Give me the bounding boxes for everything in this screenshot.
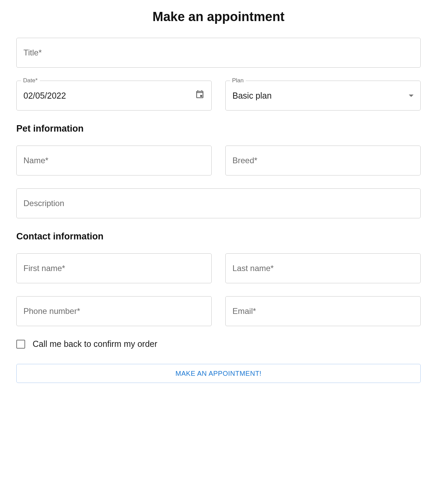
plan-field-wrapper: Plan Basic plan xyxy=(225,81,421,111)
plan-value: Basic plan xyxy=(232,91,272,101)
first-name-field-wrapper xyxy=(16,253,212,283)
pet-breed-input[interactable] xyxy=(225,146,421,175)
title-field-wrapper xyxy=(16,38,421,68)
date-input[interactable]: 02/05/2022 xyxy=(16,81,212,111)
plan-select[interactable]: Basic plan xyxy=(225,81,421,111)
pet-name-input[interactable] xyxy=(16,146,212,175)
calendar-icon[interactable] xyxy=(195,90,205,101)
title-input[interactable] xyxy=(16,38,421,68)
email-field-wrapper xyxy=(225,296,421,326)
page-title: Make an appointment xyxy=(16,10,421,24)
svg-rect-0 xyxy=(200,95,202,97)
submit-button[interactable]: MAKE AN APPOINTMENT! xyxy=(16,364,421,383)
contact-section-heading: Contact information xyxy=(16,231,421,242)
pet-description-field-wrapper xyxy=(16,188,421,218)
last-name-field-wrapper xyxy=(225,253,421,283)
callback-checkbox[interactable] xyxy=(16,340,25,349)
pet-breed-field-wrapper xyxy=(225,146,421,175)
phone-field-wrapper xyxy=(16,296,212,326)
pet-description-input[interactable] xyxy=(16,188,421,218)
date-value: 02/05/2022 xyxy=(23,91,66,101)
callback-checkbox-label: Call me back to confirm my order xyxy=(33,339,157,349)
callback-checkbox-row: Call me back to confirm my order xyxy=(16,339,421,349)
email-input[interactable] xyxy=(225,296,421,326)
pet-section-heading: Pet information xyxy=(16,123,421,134)
pet-name-field-wrapper xyxy=(16,146,212,175)
date-field-wrapper: Date* 02/05/2022 xyxy=(16,81,212,111)
first-name-input[interactable] xyxy=(16,253,212,283)
chevron-down-icon xyxy=(409,95,414,97)
plan-label: Plan xyxy=(230,77,246,84)
phone-input[interactable] xyxy=(16,296,212,326)
last-name-input[interactable] xyxy=(225,253,421,283)
date-label: Date* xyxy=(21,77,40,84)
